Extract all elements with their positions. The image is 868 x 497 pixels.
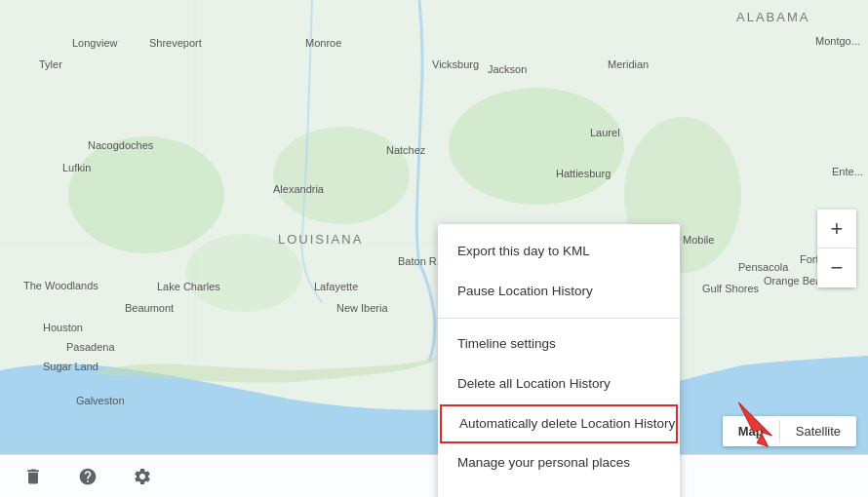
menu-divider-1 xyxy=(438,318,680,319)
zoom-in-button[interactable]: + xyxy=(817,210,856,248)
menu-item-download-data[interactable]: Download a copy of all your data xyxy=(438,483,680,497)
arrow-indicator xyxy=(731,392,790,450)
svg-point-6 xyxy=(273,127,410,224)
menu-item-pause-history[interactable]: Pause Location History xyxy=(438,272,680,312)
map-type-satellite-button[interactable]: Satellite xyxy=(780,416,856,446)
context-menu: Export this day to KML Pause Location Hi… xyxy=(438,224,680,497)
menu-item-delete-history[interactable]: Delete all Location History xyxy=(438,364,680,404)
svg-point-7 xyxy=(449,88,624,205)
menu-item-export-kml[interactable]: Export this day to KML xyxy=(438,232,680,272)
bottom-toolbar xyxy=(0,454,868,497)
svg-point-5 xyxy=(68,136,224,253)
svg-point-9 xyxy=(185,234,302,312)
help-icon-button[interactable] xyxy=(70,459,105,494)
toolbar-left xyxy=(16,459,160,494)
menu-item-timeline-settings[interactable]: Timeline settings xyxy=(438,325,680,364)
map-container: ALABAMA LOUISIANA Shreveport Monroe Vick… xyxy=(0,0,868,497)
menu-item-manage-places[interactable]: Manage your personal places xyxy=(438,443,680,483)
zoom-controls: + − xyxy=(817,210,856,287)
zoom-out-button[interactable]: − xyxy=(817,248,856,287)
menu-item-auto-delete[interactable]: Automatically delete Location History xyxy=(440,404,678,444)
settings-icon-button[interactable] xyxy=(125,459,160,494)
trash-icon-button[interactable] xyxy=(16,459,51,494)
